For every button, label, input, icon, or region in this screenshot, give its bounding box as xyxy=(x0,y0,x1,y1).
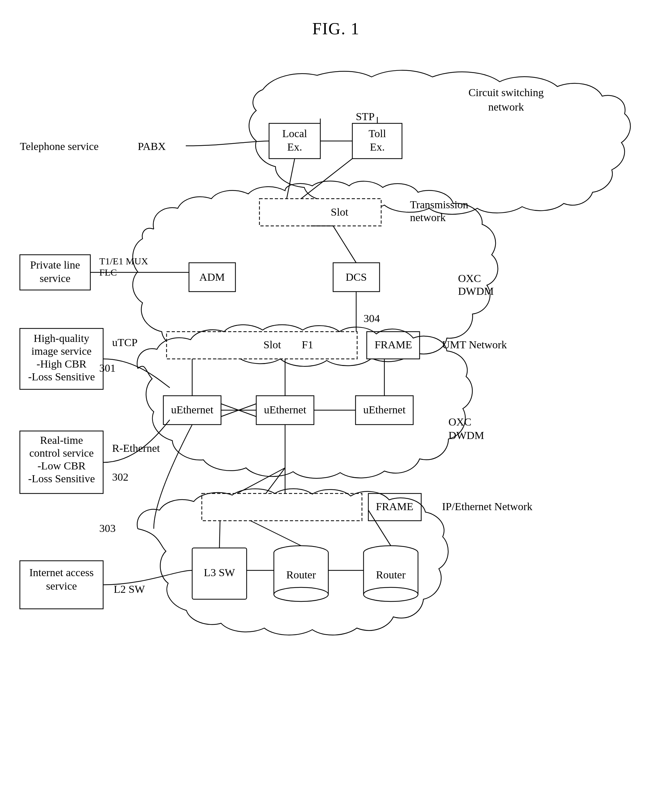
dcs-to-slot xyxy=(333,226,356,263)
toll-ex-text2: Ex. xyxy=(370,141,385,153)
l2-sw-label: L2 SW xyxy=(114,583,145,595)
internet-access-text2: service xyxy=(46,580,77,592)
router1-bottom xyxy=(274,587,328,602)
oxc-dwdm-top-label2: DWDM xyxy=(458,285,494,297)
router1-text: Router xyxy=(286,569,316,581)
transmission-network-label: Transmission xyxy=(410,199,468,210)
ip-frame-dashed xyxy=(202,493,362,521)
pabx-label: PABX xyxy=(138,141,166,152)
stp-label: STP xyxy=(356,111,375,122)
adm-text: ADM xyxy=(199,271,224,283)
ip-ethernet-label: IP/Ethernet Network xyxy=(442,501,532,512)
umt-network-label: UMT Network xyxy=(442,339,507,351)
oxc-dwdm-top-label1: OXC xyxy=(458,272,481,284)
t1e1-label1: T1/E1 MUX xyxy=(99,256,148,266)
private-line-text2: service xyxy=(40,272,71,284)
uethernet1-text: uEthernet xyxy=(171,404,214,416)
ref-303-label: 303 xyxy=(99,522,116,534)
uethernet3-text: uEthernet xyxy=(363,404,406,416)
ref-302-label: 302 xyxy=(112,471,128,483)
utcp-label: uTCP xyxy=(112,337,137,348)
frame-mid-text: FRAME xyxy=(374,339,412,351)
page-title: FIG. 1 xyxy=(0,19,672,38)
realtime-text3: -Low CBR xyxy=(38,460,86,472)
high-quality-text4: -Loss Sensitive xyxy=(28,371,95,382)
circuit-switching-label2: network xyxy=(488,101,524,113)
ref-301-label: 301 xyxy=(99,362,116,374)
high-quality-text2: image service xyxy=(32,345,91,357)
f2-to-router1 xyxy=(251,521,301,546)
realtime-text2: control service xyxy=(29,447,93,459)
s1-s2-slot-dashed xyxy=(259,199,381,226)
slot-mid-text: Slot xyxy=(263,339,281,351)
toll-ex-text1: Toll xyxy=(369,128,386,139)
slot-top-text: Slot xyxy=(331,206,349,218)
internet-access-text1: Internet access xyxy=(29,567,93,578)
local-ex-text2: Ex. xyxy=(287,141,302,153)
transmission-network-label2: network xyxy=(410,212,446,223)
umt-dashed-box xyxy=(167,332,357,359)
oxc-dwdm-bot-label2: DWDM xyxy=(448,429,484,441)
uethernet2-text: uEthernet xyxy=(264,404,306,416)
dcs-text: DCS xyxy=(345,271,367,283)
high-quality-text3: -High CBR xyxy=(36,358,87,370)
high-quality-text1: High-quality xyxy=(34,332,89,344)
router2-text: Router xyxy=(376,569,406,581)
realtime-text1: Real-time xyxy=(40,434,83,446)
private-line-text1: Private line xyxy=(30,259,80,271)
telephone-service-label: Telephone service xyxy=(20,141,99,152)
local-ex-text1: Local xyxy=(282,128,307,139)
toll-to-s2 xyxy=(301,159,352,199)
diagram: text { font-family: 'Times New Roman', T… xyxy=(0,51,672,782)
oxc-dwdm-bot-label1: OXC xyxy=(448,416,472,428)
ueth2-to-f2 xyxy=(266,468,285,493)
ref-304-label: 304 xyxy=(364,313,380,324)
router2-bottom xyxy=(364,587,418,602)
realtime-text4: -Loss Sensitive xyxy=(28,473,95,485)
circuit-switching-label: Circuit switching xyxy=(468,87,544,98)
f1-mid-text: F1 xyxy=(302,339,313,351)
f1-to-l3sw xyxy=(219,521,220,548)
local-to-s1 xyxy=(287,159,295,199)
l3-sw-text: L3 SW xyxy=(204,567,235,578)
frame-bot-text: FRAME xyxy=(376,501,413,512)
